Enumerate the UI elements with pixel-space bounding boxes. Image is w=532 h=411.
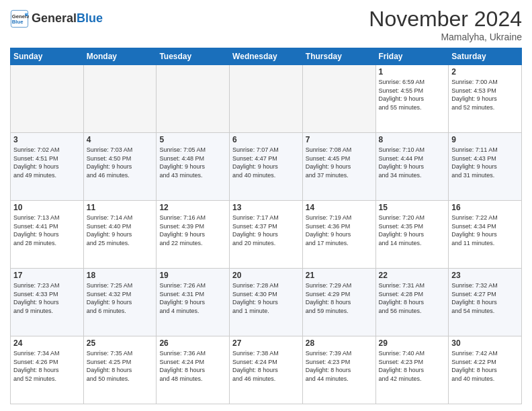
calendar-cell-w0d2 (157, 65, 230, 133)
header-sunday: Sunday (11, 48, 84, 65)
day-number: 6 (232, 135, 300, 144)
day-info: Sunrise: 7:34 AM Sunset: 4:26 PM Dayligh… (13, 349, 81, 383)
day-number: 8 (379, 135, 446, 144)
day-info: Sunrise: 7:02 AM Sunset: 4:51 PM Dayligh… (13, 146, 81, 179)
month-title: November 2024 (369, 7, 522, 32)
day-info: Sunrise: 7:05 AM Sunset: 4:48 PM Dayligh… (159, 146, 226, 179)
calendar-week-2: 10Sunrise: 7:13 AM Sunset: 4:41 PM Dayli… (11, 201, 522, 269)
day-number: 21 (306, 271, 373, 280)
day-number: 26 (159, 338, 226, 348)
calendar-week-3: 17Sunrise: 7:23 AM Sunset: 4:33 PM Dayli… (11, 269, 522, 336)
calendar-cell-w3d5: 22Sunrise: 7:31 AM Sunset: 4:28 PM Dayli… (375, 269, 449, 336)
calendar-cell-w0d6: 2Sunrise: 7:00 AM Sunset: 4:53 PM Daylig… (449, 65, 522, 133)
calendar-cell-w1d1: 4Sunrise: 7:03 AM Sunset: 4:50 PM Daylig… (83, 133, 157, 201)
calendar-cell-w1d5: 8Sunrise: 7:10 AM Sunset: 4:44 PM Daylig… (375, 133, 449, 201)
calendar-cell-w3d0: 17Sunrise: 7:23 AM Sunset: 4:33 PM Dayli… (11, 269, 84, 336)
day-number: 3 (13, 135, 81, 144)
day-number: 2 (451, 67, 519, 77)
day-info: Sunrise: 7:17 AM Sunset: 4:37 PM Dayligh… (232, 214, 300, 247)
calendar-cell-w3d1: 18Sunrise: 7:25 AM Sunset: 4:32 PM Dayli… (83, 269, 157, 336)
day-number: 9 (451, 135, 519, 144)
day-info: Sunrise: 7:20 AM Sunset: 4:35 PM Dayligh… (379, 214, 446, 247)
calendar-cell-w4d2: 26Sunrise: 7:36 AM Sunset: 4:24 PM Dayli… (157, 336, 230, 404)
calendar-cell-w0d0 (11, 65, 84, 133)
header-friday: Friday (375, 48, 449, 65)
calendar-cell-w4d0: 24Sunrise: 7:34 AM Sunset: 4:26 PM Dayli… (11, 336, 84, 404)
calendar-cell-w2d0: 10Sunrise: 7:13 AM Sunset: 4:41 PM Dayli… (11, 201, 84, 269)
day-info: Sunrise: 7:26 AM Sunset: 4:31 PM Dayligh… (159, 281, 226, 315)
day-info: Sunrise: 7:25 AM Sunset: 4:32 PM Dayligh… (87, 281, 154, 315)
calendar-cell-w0d1 (83, 65, 157, 133)
day-number: 10 (13, 203, 81, 212)
calendar-cell-w3d4: 21Sunrise: 7:29 AM Sunset: 4:29 PM Dayli… (302, 269, 375, 336)
calendar-cell-w1d0: 3Sunrise: 7:02 AM Sunset: 4:51 PM Daylig… (11, 133, 84, 201)
day-info: Sunrise: 7:10 AM Sunset: 4:44 PM Dayligh… (379, 146, 446, 179)
header-thursday: Thursday (302, 48, 375, 65)
day-number: 27 (232, 338, 300, 348)
day-info: Sunrise: 7:42 AM Sunset: 4:22 PM Dayligh… (451, 349, 519, 383)
calendar-cell-w4d4: 28Sunrise: 7:39 AM Sunset: 4:23 PM Dayli… (302, 336, 375, 404)
day-number: 19 (159, 271, 226, 280)
calendar-cell-w4d1: 25Sunrise: 7:35 AM Sunset: 4:25 PM Dayli… (83, 336, 157, 404)
calendar-cell-w4d6: 30Sunrise: 7:42 AM Sunset: 4:22 PM Dayli… (449, 336, 522, 404)
day-number: 4 (87, 135, 154, 144)
calendar-cell-w2d5: 15Sunrise: 7:20 AM Sunset: 4:35 PM Dayli… (375, 201, 449, 269)
day-info: Sunrise: 7:03 AM Sunset: 4:50 PM Dayligh… (87, 146, 154, 179)
calendar-cell-w4d3: 27Sunrise: 7:38 AM Sunset: 4:24 PM Dayli… (230, 336, 303, 404)
day-info: Sunrise: 7:38 AM Sunset: 4:24 PM Dayligh… (232, 349, 300, 383)
day-number: 17 (13, 271, 81, 280)
calendar-cell-w0d4 (302, 65, 375, 133)
logo: General Blue GeneralBlue (10, 9, 103, 28)
calendar-cell-w0d5: 1Sunrise: 6:59 AM Sunset: 4:55 PM Daylig… (375, 65, 449, 133)
svg-text:Blue: Blue (12, 19, 24, 25)
calendar-cell-w3d3: 20Sunrise: 7:28 AM Sunset: 4:30 PM Dayli… (230, 269, 303, 336)
calendar-cell-w1d3: 6Sunrise: 7:07 AM Sunset: 4:47 PM Daylig… (230, 133, 303, 201)
calendar-cell-w2d3: 13Sunrise: 7:17 AM Sunset: 4:37 PM Dayli… (230, 201, 303, 269)
day-info: Sunrise: 7:11 AM Sunset: 4:43 PM Dayligh… (451, 146, 519, 179)
day-number: 29 (379, 338, 446, 348)
day-number: 22 (379, 271, 446, 280)
day-number: 16 (451, 203, 519, 212)
calendar-cell-w3d2: 19Sunrise: 7:26 AM Sunset: 4:31 PM Dayli… (157, 269, 230, 336)
calendar-cell-w2d2: 12Sunrise: 7:16 AM Sunset: 4:39 PM Dayli… (157, 201, 230, 269)
calendar-cell-w2d6: 16Sunrise: 7:22 AM Sunset: 4:34 PM Dayli… (449, 201, 522, 269)
day-number: 15 (379, 203, 446, 212)
day-info: Sunrise: 7:16 AM Sunset: 4:39 PM Dayligh… (159, 214, 226, 247)
day-info: Sunrise: 7:22 AM Sunset: 4:34 PM Dayligh… (451, 214, 519, 247)
day-info: Sunrise: 7:39 AM Sunset: 4:23 PM Dayligh… (306, 349, 373, 383)
day-number: 5 (159, 135, 226, 144)
day-number: 14 (306, 203, 373, 212)
day-number: 1 (379, 67, 446, 77)
day-info: Sunrise: 7:29 AM Sunset: 4:29 PM Dayligh… (306, 281, 373, 315)
header-wednesday: Wednesday (230, 48, 303, 65)
day-info: Sunrise: 7:19 AM Sunset: 4:36 PM Dayligh… (306, 214, 373, 247)
header: General Blue GeneralBlue November 2024 M… (10, 7, 522, 42)
day-info: Sunrise: 7:31 AM Sunset: 4:28 PM Dayligh… (379, 281, 446, 315)
calendar-cell-w1d4: 7Sunrise: 7:08 AM Sunset: 4:45 PM Daylig… (302, 133, 375, 201)
day-info: Sunrise: 7:14 AM Sunset: 4:40 PM Dayligh… (87, 214, 154, 247)
day-number: 18 (87, 271, 154, 280)
day-number: 11 (87, 203, 154, 212)
day-number: 20 (232, 271, 300, 280)
day-info: Sunrise: 7:28 AM Sunset: 4:30 PM Dayligh… (232, 281, 300, 315)
title-block: November 2024 Mamalyha, Ukraine (369, 7, 522, 42)
logo-icon: General Blue (10, 9, 29, 28)
calendar-cell-w4d5: 29Sunrise: 7:40 AM Sunset: 4:23 PM Dayli… (375, 336, 449, 404)
logo-general: General (32, 11, 77, 25)
calendar-cell-w2d4: 14Sunrise: 7:19 AM Sunset: 4:36 PM Dayli… (302, 201, 375, 269)
calendar-cell-w0d3 (230, 65, 303, 133)
day-number: 30 (451, 338, 519, 348)
header-saturday: Saturday (449, 48, 522, 65)
calendar-cell-w3d6: 23Sunrise: 7:32 AM Sunset: 4:27 PM Dayli… (449, 269, 522, 336)
day-number: 12 (159, 203, 226, 212)
page: General Blue GeneralBlue November 2024 M… (0, 0, 532, 411)
day-number: 23 (451, 271, 519, 280)
header-monday: Monday (83, 48, 157, 65)
day-info: Sunrise: 7:23 AM Sunset: 4:33 PM Dayligh… (13, 281, 81, 315)
calendar-cell-w2d1: 11Sunrise: 7:14 AM Sunset: 4:40 PM Dayli… (83, 201, 157, 269)
day-number: 7 (306, 135, 373, 144)
calendar-week-4: 24Sunrise: 7:34 AM Sunset: 4:26 PM Dayli… (11, 336, 522, 404)
day-info: Sunrise: 6:59 AM Sunset: 4:55 PM Dayligh… (379, 78, 446, 111)
day-info: Sunrise: 7:13 AM Sunset: 4:41 PM Dayligh… (13, 214, 81, 247)
day-number: 24 (13, 338, 81, 348)
